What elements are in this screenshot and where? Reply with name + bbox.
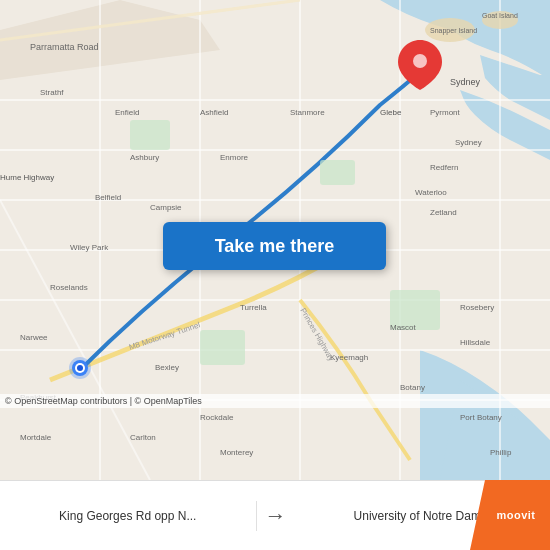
svg-text:Enfield: Enfield [115, 108, 139, 117]
svg-text:Snapper Island: Snapper Island [430, 27, 477, 35]
svg-text:Port Botany: Port Botany [460, 413, 502, 422]
direction-arrow: → [257, 503, 295, 529]
svg-rect-16 [320, 160, 355, 185]
svg-text:Glebe: Glebe [380, 108, 402, 117]
svg-text:Turrella: Turrella [240, 303, 267, 312]
svg-text:Stanmore: Stanmore [290, 108, 325, 117]
svg-text:Sydney: Sydney [450, 77, 481, 87]
svg-text:Goat Island: Goat Island [482, 12, 518, 19]
svg-text:Ashfield: Ashfield [200, 108, 228, 117]
svg-text:Rockdale: Rockdale [200, 413, 234, 422]
origin-section: King Georges Rd opp N... [0, 501, 257, 531]
svg-text:Mortdale: Mortdale [20, 433, 52, 442]
origin-label: King Georges Rd opp N... [59, 509, 196, 523]
svg-text:Hume Highway: Hume Highway [0, 173, 54, 182]
svg-text:Botany: Botany [400, 383, 425, 392]
svg-text:Pyrmont: Pyrmont [430, 108, 461, 117]
svg-text:Hillsdale: Hillsdale [460, 338, 491, 347]
svg-text:Bexley: Bexley [155, 363, 179, 372]
svg-text:Sydney: Sydney [455, 138, 482, 147]
svg-text:Roselands: Roselands [50, 283, 88, 292]
bottom-bar: King Georges Rd opp N... → University of… [0, 480, 550, 550]
svg-text:Enmore: Enmore [220, 153, 249, 162]
svg-text:Wiley Park: Wiley Park [70, 243, 109, 252]
svg-point-66 [77, 365, 83, 371]
svg-text:Belfield: Belfield [95, 193, 121, 202]
svg-text:Zetland: Zetland [430, 208, 457, 217]
svg-text:Ashbury: Ashbury [130, 153, 159, 162]
moovit-logo: moovit [470, 480, 550, 550]
svg-text:Waterloo: Waterloo [415, 188, 447, 197]
take-me-there-button[interactable]: Take me there [163, 222, 386, 270]
svg-point-62 [413, 54, 427, 68]
svg-text:Strathf: Strathf [40, 88, 64, 97]
svg-text:Narwee: Narwee [20, 333, 48, 342]
svg-text:Parramatta Road: Parramatta Road [30, 42, 99, 52]
moovit-brand: moovit [484, 509, 535, 521]
svg-text:Monterey: Monterey [220, 448, 253, 457]
svg-text:Campsie: Campsie [150, 203, 182, 212]
svg-text:Phillip: Phillip [490, 448, 512, 457]
svg-text:Rosebery: Rosebery [460, 303, 494, 312]
map-attribution: © OpenStreetMap contributors | © OpenMap… [0, 394, 550, 408]
svg-text:Carlton: Carlton [130, 433, 156, 442]
svg-rect-15 [130, 120, 170, 150]
svg-text:Mascot: Mascot [390, 323, 417, 332]
map-container: Parramatta Road Strathf Hume Highway Enf… [0, 0, 550, 480]
svg-rect-17 [200, 330, 245, 365]
svg-text:Redfern: Redfern [430, 163, 458, 172]
destination-label: University of Notre Dam... [354, 509, 491, 523]
